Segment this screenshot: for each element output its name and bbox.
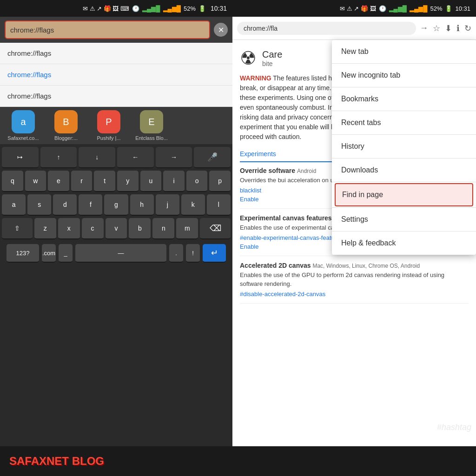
bookmark-pushify[interactable]: P Pushify |... (90, 110, 127, 141)
key-s[interactable]: s (27, 194, 51, 216)
key-space[interactable]: — (75, 244, 166, 263)
key-k[interactable]: k (181, 194, 205, 216)
key-m[interactable]: m (176, 218, 198, 239)
key-n[interactable]: n (152, 218, 174, 239)
key-z[interactable]: z (34, 218, 56, 239)
key-q[interactable]: q (2, 171, 23, 192)
key-underscore[interactable]: _ (59, 244, 73, 263)
key-d[interactable]: d (53, 194, 77, 216)
right-signal-bars: ▂▄▆█ (389, 5, 407, 12)
experiment-desc-3: Enables the use of the GPU to perform 2d… (240, 271, 469, 288)
key-delete[interactable]: ⌫ (200, 218, 231, 239)
key-dot-com[interactable]: .com (42, 244, 56, 263)
menu-item-incognito[interactable]: New incognito tab (332, 64, 476, 87)
refresh-icon[interactable]: ↻ (464, 23, 471, 33)
key-g[interactable]: g (104, 194, 128, 216)
left-time: 10:31 (211, 5, 227, 12)
left-clock-icon: 🕐 (132, 5, 139, 12)
key-period[interactable]: . (169, 244, 183, 263)
key-j[interactable]: j (156, 194, 179, 216)
key-up[interactable]: ↑ (40, 147, 77, 168)
key-f[interactable]: f (79, 194, 102, 216)
keyboard-row-1: q w e r t y u i o p (2, 171, 231, 192)
keyboard-row-3: ⇧ z x c v b n m ⌫ (2, 218, 231, 239)
right-time: 10:31 (455, 5, 470, 12)
key-exclamation[interactable]: ! (186, 244, 200, 263)
key-u[interactable]: u (140, 171, 162, 192)
key-h[interactable]: h (130, 194, 154, 216)
bookmark-icon-safaxnet: a (12, 110, 35, 133)
menu-label-recent-tabs: Recent tabs (341, 119, 381, 126)
menu-item-history[interactable]: History (332, 135, 476, 158)
bookmark-entclass[interactable]: E Entclass Blo... (133, 110, 170, 141)
suggestion-text-3: chrome://flags (7, 92, 51, 100)
key-w[interactable]: w (25, 171, 46, 192)
menu-item-downloads[interactable]: Downloads (332, 159, 476, 182)
key-right[interactable]: → (156, 147, 192, 168)
warning-label: WARNING (240, 74, 271, 82)
menu-item-help[interactable]: Help & feedback (332, 231, 476, 255)
key-l[interactable]: l (207, 194, 231, 216)
menu-label-help: Help & feedback (341, 239, 396, 247)
key-r[interactable]: r (71, 171, 93, 192)
key-o[interactable]: o (186, 171, 208, 192)
key-t[interactable]: t (94, 171, 115, 192)
left-url-bar[interactable]: chrome://flags (5, 20, 210, 39)
experiment-link-2[interactable]: #enable-experimental-canvas-features (240, 234, 343, 241)
suggestions-list: chrome://flags chrome://flags chrome://f… (0, 43, 232, 107)
menu-label-history: History (341, 142, 364, 150)
dropdown-menu: New tab New incognito tab Bookmarks Rece… (332, 40, 476, 255)
key-b[interactable]: b (129, 218, 151, 239)
menu-item-find-in-page[interactable]: Find in page (335, 183, 473, 206)
experiment-title-3: Accelerated 2D canvas (240, 262, 311, 269)
menu-label-incognito: New incognito tab (341, 71, 400, 79)
key-a[interactable]: a (2, 194, 26, 216)
key-left[interactable]: ← (117, 147, 154, 168)
keyboard: ↦ ↑ ↓ ← → 🎤 q w e r t y u i o p (0, 144, 232, 446)
left-clear-icon: ✕ (218, 26, 224, 34)
key-down[interactable]: ↓ (79, 147, 115, 168)
bookmark-blogger[interactable]: B Blogger:... (47, 110, 85, 141)
key-mic[interactable]: 🎤 (194, 147, 231, 168)
right-url-input[interactable]: chrome://fla (237, 22, 416, 35)
experiment-link-1[interactable]: blacklist (240, 187, 261, 194)
suggestion-item-3[interactable]: chrome://flags (0, 86, 232, 107)
info-icon[interactable]: ℹ (456, 23, 460, 33)
menu-item-settings[interactable]: Settings (332, 208, 476, 231)
key-num[interactable]: 123? (7, 244, 39, 263)
bookmark-label-pushify: Pushify |... (97, 135, 120, 141)
key-shift[interactable]: ⇧ (2, 218, 33, 239)
menu-item-new-tab[interactable]: New tab (332, 40, 476, 63)
key-p[interactable]: p (209, 171, 231, 192)
bookmark-safaxnet[interactable]: a Safaxnet.co... (5, 110, 42, 141)
menu-item-recent-tabs[interactable]: Recent tabs (332, 111, 476, 134)
key-i[interactable]: i (163, 171, 185, 192)
left-clear-button[interactable]: ✕ (214, 23, 228, 37)
key-y[interactable]: y (117, 171, 139, 192)
suggestion-item-1[interactable]: chrome://flags (0, 43, 232, 64)
menu-label-new-tab: New tab (341, 47, 369, 55)
left-signal-bars: ▂▄▆█ (142, 5, 160, 12)
menu-item-bookmarks[interactable]: Bookmarks (332, 87, 476, 111)
left-status-icons: ✉ ⚠ ↗ 🎁 🖼 ⌨ (83, 5, 129, 12)
right-url-icons: → ☆ ⬇ ℹ ↻ (420, 23, 471, 33)
bookmark-icon-blogger: B (54, 110, 78, 133)
experiment-link-3[interactable]: #disable-accelerated-2d-canvas (240, 291, 325, 298)
key-e[interactable]: e (48, 171, 69, 192)
bookmark-star-icon[interactable]: ☆ (433, 23, 440, 33)
page-subtitle: bite (262, 60, 282, 67)
download-icon[interactable]: ⬇ (445, 23, 452, 33)
left-battery-percent: 52% (184, 5, 196, 12)
forward-icon[interactable]: → (420, 23, 428, 33)
suggestion-item-2[interactable]: chrome://flags (0, 64, 232, 86)
key-v[interactable]: v (106, 218, 127, 239)
right-clock-icon: 🕐 (379, 5, 386, 12)
key-c[interactable]: c (82, 218, 104, 239)
key-tab[interactable]: ↦ (2, 147, 39, 168)
key-x[interactable]: x (58, 218, 80, 239)
menu-divider-6 (332, 182, 476, 182)
experiment-platform-3: Mac, Windows, Linux, Chrome OS, Android (312, 263, 420, 269)
menu-label-find-in-page: Find in page (342, 191, 383, 198)
left-status-bar: ✉ ⚠ ↗ 🎁 🖼 ⌨ 🕐 ▂▄▆█ ▂▄▆█ 52% 🔋 10:31 (0, 0, 232, 17)
key-enter[interactable]: ↵ (203, 244, 226, 263)
